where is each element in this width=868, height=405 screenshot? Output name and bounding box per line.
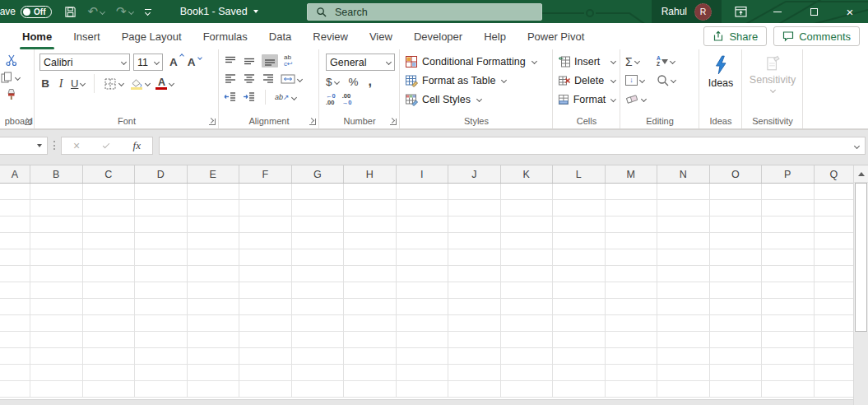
column-header-F[interactable]: F (239, 165, 292, 183)
grid-cell[interactable] (397, 266, 449, 282)
grid-cell[interactable] (344, 200, 397, 216)
redo-button[interactable]: ↷ (110, 0, 139, 23)
grid-cell[interactable] (815, 381, 854, 398)
font-size-combo[interactable]: 11 (133, 54, 163, 71)
currency-format-button[interactable]: $ (326, 76, 339, 88)
grid-cell[interactable] (83, 216, 136, 233)
grid-cell[interactable] (762, 332, 815, 348)
bottom-align-button[interactable] (262, 54, 278, 68)
grid-cell[interactable] (30, 266, 83, 282)
grid-cell[interactable] (292, 299, 345, 315)
orientation-dropdown-icon[interactable] (291, 94, 297, 100)
grid-cell[interactable] (344, 381, 397, 398)
tab-help[interactable]: Help (473, 23, 517, 49)
grid-cell[interactable] (135, 249, 188, 266)
middle-align-icon[interactable] (243, 55, 256, 67)
grid-cell[interactable] (501, 216, 554, 233)
grid-cell[interactable] (135, 348, 188, 365)
account-button[interactable]: Rahul R (652, 0, 722, 23)
grid-cell[interactable] (553, 216, 606, 233)
grid-cell[interactable] (815, 282, 854, 299)
grid-cell[interactable] (448, 184, 501, 200)
grid-cell[interactable] (657, 216, 710, 233)
grid-cell[interactable] (606, 381, 658, 398)
grid-cell[interactable] (188, 233, 240, 249)
expand-formula-bar-icon[interactable] (854, 142, 860, 148)
grid-cell[interactable] (0, 332, 30, 348)
avatar[interactable]: R (694, 3, 712, 21)
grid-cell[interactable] (30, 365, 83, 381)
grid-cell[interactable] (344, 365, 397, 381)
grid-cell[interactable] (30, 381, 83, 398)
grid-cell[interactable] (553, 266, 606, 282)
grid-cell[interactable] (397, 332, 449, 348)
grid-cell[interactable] (30, 184, 83, 200)
grid-cell[interactable] (397, 233, 449, 249)
copy-dropdown-icon[interactable] (15, 74, 21, 80)
comments-button[interactable]: Comments (773, 26, 860, 46)
increase-decimal-button[interactable]: ←0 .00 (326, 93, 336, 107)
tab-power-pivot[interactable]: Power Pivot (517, 23, 595, 49)
grid-cell[interactable] (135, 315, 188, 332)
minimize-button[interactable] (759, 0, 796, 23)
tab-home[interactable]: Home (12, 23, 63, 49)
grid-cell[interactable] (239, 348, 292, 365)
grid-cell[interactable] (710, 381, 763, 398)
formula-bar-grip-icon[interactable] (53, 141, 55, 150)
grid-cell[interactable] (815, 332, 854, 348)
tab-page-layout[interactable]: Page Layout (111, 23, 193, 49)
grid-cell[interactable] (397, 381, 449, 398)
font-color-button[interactable]: A (155, 77, 174, 91)
grid-cell[interactable] (501, 200, 554, 216)
grid-cell[interactable] (657, 348, 710, 365)
grid-cell[interactable] (501, 315, 554, 332)
grid-cell[interactable] (344, 332, 397, 348)
grid-cell[interactable] (0, 348, 30, 365)
grid-cell[interactable] (239, 249, 292, 266)
grid-cell[interactable] (553, 332, 606, 348)
grid-cell[interactable] (30, 315, 83, 332)
grid-cell[interactable] (710, 332, 763, 348)
grid-cell[interactable] (657, 266, 710, 282)
grid-cell[interactable] (606, 282, 658, 299)
grid-cell[interactable] (501, 249, 554, 266)
font-name-dropdown-icon[interactable] (121, 59, 127, 65)
grid-cell[interactable] (710, 365, 763, 381)
grid-cell[interactable] (0, 200, 30, 216)
grid-cell[interactable] (606, 249, 658, 266)
percent-format-button[interactable]: % (349, 76, 359, 88)
grid-cell[interactable] (606, 348, 658, 365)
grid-cell[interactable] (397, 249, 449, 266)
grid-cell[interactable] (83, 282, 136, 299)
grid-cell[interactable] (448, 381, 501, 398)
scroll-up-button[interactable] (854, 165, 868, 183)
cell-styles-button[interactable]: Cell Styles (405, 90, 548, 109)
decrease-decimal-button[interactable]: .00 →0 (342, 93, 352, 107)
grid-cell[interactable] (606, 200, 658, 216)
enter-check-icon[interactable] (103, 141, 109, 147)
grid-cell[interactable] (188, 216, 240, 233)
grid-cell[interactable] (762, 282, 815, 299)
grid-cell[interactable] (188, 282, 240, 299)
grid-cell[interactable] (657, 315, 710, 332)
close-button[interactable]: × (832, 0, 868, 23)
grid-cell[interactable] (83, 200, 136, 216)
grid-cell[interactable] (762, 249, 815, 266)
grid-cell[interactable] (710, 315, 763, 332)
grid-cell[interactable] (0, 299, 30, 315)
column-header-J[interactable]: J (448, 165, 501, 183)
grid-cell[interactable] (188, 315, 240, 332)
grid-cell[interactable] (135, 282, 188, 299)
grid-cell[interactable] (397, 315, 449, 332)
center-align-icon[interactable] (243, 73, 256, 85)
name-box[interactable] (0, 137, 48, 155)
grid-cell[interactable] (292, 348, 345, 365)
grid-cell[interactable] (553, 315, 606, 332)
grid-cell[interactable] (448, 299, 501, 315)
autosum-button[interactable]: Σ (625, 55, 657, 68)
grid-cell[interactable] (553, 299, 606, 315)
conditional-formatting-button[interactable]: Conditional Formatting (405, 52, 548, 71)
grid-cell[interactable] (397, 365, 449, 381)
number-format-combo[interactable]: General (326, 54, 395, 71)
tab-data[interactable]: Data (258, 23, 302, 49)
